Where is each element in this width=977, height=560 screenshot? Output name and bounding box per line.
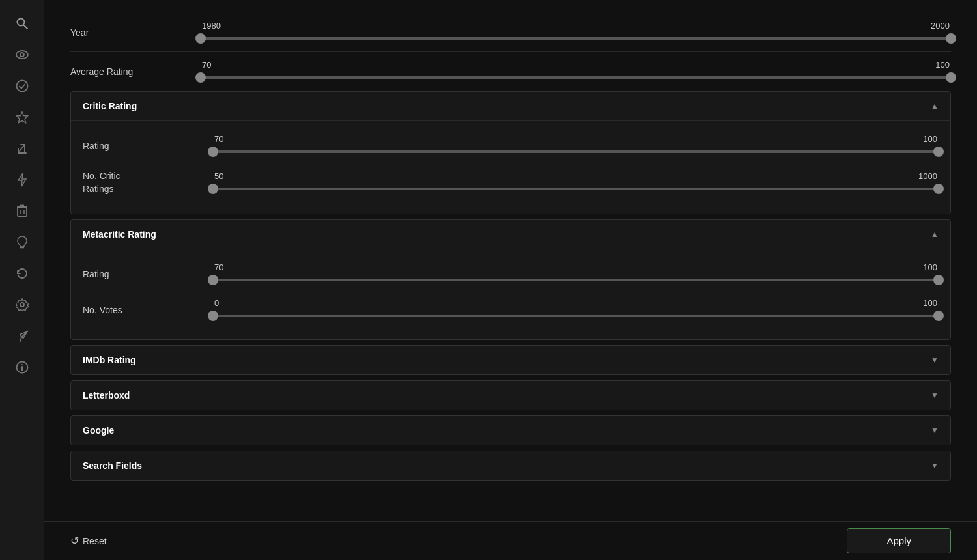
svg-line-1 [23,25,27,29]
letterboxd-section: Letterboxd ▼ [70,380,951,410]
no-critic-ratings-track[interactable] [213,188,939,190]
google-header[interactable]: Google ▼ [71,416,950,445]
info-icon[interactable] [9,354,35,380]
settings-icon[interactable] [9,292,35,318]
critic-rating-track[interactable] [213,150,939,153]
svg-point-2 [16,51,28,59]
bulb-icon[interactable] [9,229,35,255]
no-critic-ratings-label: No. CriticRatings [83,170,213,195]
avg-rating-label: Average Rating [70,66,201,77]
svg-point-19 [21,364,23,365]
year-slider-values: 1980 2000 [201,21,951,31]
imdb-rating-chevron: ▼ [931,356,939,365]
avg-rating-max-value: 100 [935,60,950,70]
metacritic-rating-chevron: ▲ [931,230,939,239]
year-max-value: 2000 [931,21,950,31]
year-filter-row: Year 1980 2000 [70,13,951,52]
critic-rating-max: 100 [923,134,937,144]
no-critic-ratings-max: 1000 [918,171,937,181]
avg-rating-filter-row: Average Rating 70 100 [70,52,951,91]
google-chevron: ▼ [931,426,939,435]
svg-marker-5 [16,112,27,123]
imdb-rating-header[interactable]: IMDb Rating ▼ [71,346,950,374]
no-votes-slider-area: 0 100 [213,298,939,321]
critic-rating-filter-row: Rating 70 100 [83,128,939,163]
metacritic-rating-thumb-right[interactable] [933,275,944,285]
share-icon[interactable] [9,135,35,161]
search-fields-chevron: ▼ [931,461,939,470]
critic-rating-section: Critic Rating ▲ Rating 70 100 [70,91,951,214]
critic-rating-title: Critic Rating [83,101,137,111]
redo-icon[interactable] [9,260,35,287]
send-icon[interactable] [9,323,35,349]
avg-rating-slider-area: 70 100 [201,60,951,83]
avg-rating-slider-thumb-left[interactable] [195,72,206,83]
lightning-icon[interactable] [9,167,35,193]
google-section: Google ▼ [70,415,951,445]
avg-rating-slider-track[interactable] [201,76,951,79]
letterboxd-title: Letterboxd [83,390,130,400]
search-icon[interactable] [9,10,35,36]
svg-point-13 [20,303,24,307]
year-slider-thumb-left[interactable] [195,33,206,44]
search-fields-section: Search Fields ▼ [70,451,951,481]
letterboxd-chevron: ▼ [931,391,939,400]
search-fields-header[interactable]: Search Fields ▼ [71,451,950,480]
critic-rating-body: Rating 70 100 No [71,120,950,214]
year-slider-thumb-right[interactable] [946,33,956,44]
imdb-rating-title: IMDb Rating [83,355,136,365]
metacritic-rating-header[interactable]: Metacritic Rating ▲ [71,220,950,249]
metacritic-rating-label: Rating [83,269,213,279]
metacritic-rating-filter-row: Rating 70 100 [83,256,939,292]
no-votes-max: 100 [923,298,937,308]
no-critic-ratings-fill [213,188,939,190]
eye-icon[interactable] [9,42,35,68]
metacritic-rating-thumb-left[interactable] [208,275,218,285]
avg-rating-slider-fill [201,76,951,79]
no-critic-ratings-min: 50 [214,171,223,181]
reset-icon: ↺ [70,535,79,547]
no-critic-ratings-thumb-left[interactable] [208,184,218,194]
no-critic-ratings-slider-area: 50 1000 [213,171,939,194]
no-votes-min: 0 [214,298,219,308]
year-slider-track[interactable] [201,37,951,40]
reset-label: Reset [83,536,107,546]
critic-rating-thumb-right[interactable] [933,147,944,157]
reset-button[interactable]: ↺ Reset [70,535,107,547]
critic-rating-slider-area: 70 100 [213,134,939,157]
avg-rating-slider-values: 70 100 [201,60,951,70]
metacritic-rating-body: Rating 70 100 No [71,249,950,339]
sidebar [0,0,44,560]
critic-rating-fill [213,150,939,153]
star-icon[interactable] [9,104,35,130]
critic-rating-values: 70 100 [213,134,939,144]
year-min-value: 1980 [202,21,221,31]
no-votes-fill [213,315,939,317]
filters-area: Year 1980 2000 Average Rating 70 100 [44,0,977,521]
critic-rating-label: Rating [83,141,213,151]
google-title: Google [83,425,114,436]
svg-point-4 [16,81,27,92]
year-label: Year [70,27,201,38]
trash-icon[interactable] [9,198,35,224]
no-votes-label: No. Votes [83,305,213,315]
critic-rating-min: 70 [214,134,223,144]
letterboxd-header[interactable]: Letterboxd ▼ [71,381,950,410]
imdb-rating-section: IMDb Rating ▼ [70,345,951,375]
no-votes-thumb-left[interactable] [208,311,218,321]
apply-button[interactable]: Apply [847,528,951,553]
no-votes-track[interactable] [213,315,939,317]
avg-rating-slider-thumb-right[interactable] [946,72,956,83]
check-circle-icon[interactable] [9,73,35,99]
critic-rating-thumb-left[interactable] [208,147,218,157]
year-slider-area: 1980 2000 [201,21,951,44]
no-votes-thumb-right[interactable] [933,311,944,321]
metacritic-rating-values: 70 100 [213,262,939,272]
metacritic-rating-section: Metacritic Rating ▲ Rating 70 100 [70,219,951,340]
metacritic-rating-slider-area: 70 100 [213,262,939,285]
year-slider-fill [201,37,951,40]
metacritic-rating-track[interactable] [213,279,939,281]
metacritic-rating-fill [213,279,939,281]
no-critic-ratings-thumb-right[interactable] [933,184,944,194]
critic-rating-header[interactable]: Critic Rating ▲ [71,92,950,120]
